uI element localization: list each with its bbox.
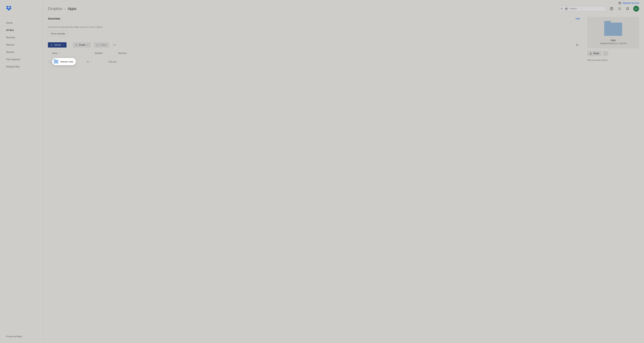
column-name-label: Name	[52, 52, 58, 54]
share-label: Share	[593, 52, 599, 55]
overview-header: Overview Hide	[48, 17, 580, 22]
follow-button[interactable]: Follow	[94, 42, 109, 48]
overview-placeholder[interactable]: Click here to describe this folder and t…	[48, 22, 580, 31]
svg-point-10	[619, 8, 620, 8]
folder-icon: ✦	[54, 60, 58, 64]
chevron-down-icon	[87, 44, 88, 46]
table-row[interactable]: ✦ Rakuten Kobo -- Only you	[48, 56, 580, 67]
sidebar-item-home[interactable]: Home	[0, 19, 43, 27]
svg-marker-1	[9, 6, 12, 8]
sidebar-item-deleted-files[interactable]: Deleted files	[0, 63, 43, 70]
create-label: Create	[79, 44, 86, 46]
file-table: Name Modified Members ✦	[48, 50, 580, 67]
column-header-members[interactable]: Members	[118, 52, 580, 54]
rss-icon	[96, 44, 99, 46]
avatar[interactable]: DT	[633, 6, 639, 12]
svg-point-20	[114, 45, 115, 45]
svg-point-11	[620, 8, 621, 8]
help-button[interactable]	[609, 6, 614, 11]
puzzle-icon: ✦	[55, 61, 57, 63]
overview-hide-link[interactable]: Hide	[576, 18, 580, 20]
top-strip: Upgrade account	[43, 0, 644, 5]
notifications-button[interactable]	[625, 6, 630, 11]
view-mode-button[interactable]	[576, 44, 580, 46]
caret-down-icon	[605, 53, 606, 54]
arrow-up-circle-icon	[618, 2, 621, 5]
access-note: Only you have access	[587, 59, 639, 61]
breadcrumb-separator: ›	[64, 7, 66, 11]
sidebar-nav: Home All files Recents Starred Shared Fi…	[0, 19, 43, 70]
toolbar: Upload Create Follow	[48, 42, 580, 48]
folder-icon	[565, 8, 567, 10]
arrow-up-icon	[59, 52, 60, 54]
upload-label: Upload	[54, 44, 61, 46]
main: Upgrade account Dropbox › Apps	[43, 0, 644, 343]
row-checkbox-wrap	[48, 61, 52, 63]
bell-icon	[626, 7, 629, 10]
svg-point-19	[113, 45, 114, 45]
details-subtitle: Modified 8/28/2019, 4:36 PM	[590, 42, 636, 45]
breadcrumb-current: Apps	[68, 7, 76, 11]
more-horizontal-icon	[113, 44, 116, 47]
details-panel: Apps Modified 8/28/2019, 4:36 PM Share O…	[587, 17, 639, 343]
table-header: Name Modified Members	[48, 50, 580, 56]
dropbox-icon	[6, 6, 12, 11]
share-row: Share	[587, 51, 639, 56]
help-icon	[610, 7, 613, 10]
header-row: Dropbox › Apps	[43, 5, 644, 13]
folder-large-icon	[604, 23, 622, 36]
upload-icon	[50, 44, 52, 46]
details-card: Apps Modified 8/28/2019, 4:36 PM	[587, 17, 639, 48]
row-checkbox[interactable]	[49, 61, 51, 63]
svg-point-6	[561, 8, 562, 9]
apps-grid-button[interactable]	[617, 6, 622, 11]
highlighted-folder[interactable]: ✦ Rakuten Kobo	[52, 58, 76, 65]
svg-point-14	[620, 9, 621, 9]
upgrade-account-link[interactable]: Upgrade account	[618, 2, 639, 5]
sidebar-item-shared[interactable]: Shared	[0, 49, 43, 56]
column-header-name[interactable]: Name	[52, 52, 95, 54]
chevron-down-icon	[62, 44, 64, 46]
sidebar-item-recents[interactable]: Recents	[0, 34, 43, 41]
dropbox-logo[interactable]	[0, 6, 43, 19]
svg-point-15	[618, 9, 619, 10]
svg-point-18	[97, 46, 97, 46]
share-dropdown-button[interactable]	[603, 51, 608, 56]
details-title: Apps	[590, 39, 636, 42]
row-modified: --	[90, 61, 108, 63]
content-column: Overview Hide Click here to describe thi…	[48, 17, 580, 343]
share-icon	[590, 52, 592, 55]
sidebar-item-all-files[interactable]: All files	[0, 27, 43, 34]
sidebar-item-starred[interactable]: Starred	[0, 41, 43, 49]
upgrade-account-label: Upgrade account	[622, 2, 639, 4]
breadcrumb: Dropbox › Apps	[48, 7, 556, 11]
svg-point-9	[618, 8, 619, 8]
svg-point-13	[619, 9, 620, 9]
avatar-initials: DT	[635, 8, 638, 10]
row-star-button[interactable]	[85, 60, 90, 63]
svg-point-21	[115, 45, 116, 45]
content-row: Overview Hide Click here to describe thi…	[43, 13, 644, 343]
show-examples-button[interactable]: Show examples	[48, 31, 68, 36]
folder-name: Rakuten Kobo	[60, 61, 74, 63]
svg-point-17	[620, 9, 621, 10]
list-icon	[576, 44, 578, 46]
follow-label: Follow	[100, 44, 106, 46]
sidebar-item-file-requests[interactable]: File requests	[0, 56, 43, 63]
column-header-modified[interactable]: Modified	[95, 52, 118, 54]
breadcrumb-root[interactable]: Dropbox	[48, 7, 62, 11]
share-button[interactable]: Share	[587, 51, 602, 56]
create-button[interactable]: Create	[73, 42, 91, 48]
search-scope-button[interactable]	[564, 7, 568, 11]
overview-title: Overview	[48, 17, 60, 20]
search-input[interactable]	[570, 8, 604, 10]
apps-grid-icon	[618, 7, 621, 10]
row-members: Only you	[108, 61, 580, 63]
search-icon	[560, 8, 563, 10]
search-box[interactable]	[559, 6, 606, 12]
sidebar-footer-link[interactable]: Privacy and legal	[0, 335, 43, 340]
more-actions-button[interactable]	[112, 43, 117, 47]
plus-icon	[75, 44, 78, 46]
sidebar: Home All files Recents Starred Shared Fi…	[0, 0, 43, 343]
upload-button[interactable]: Upload	[48, 42, 66, 48]
